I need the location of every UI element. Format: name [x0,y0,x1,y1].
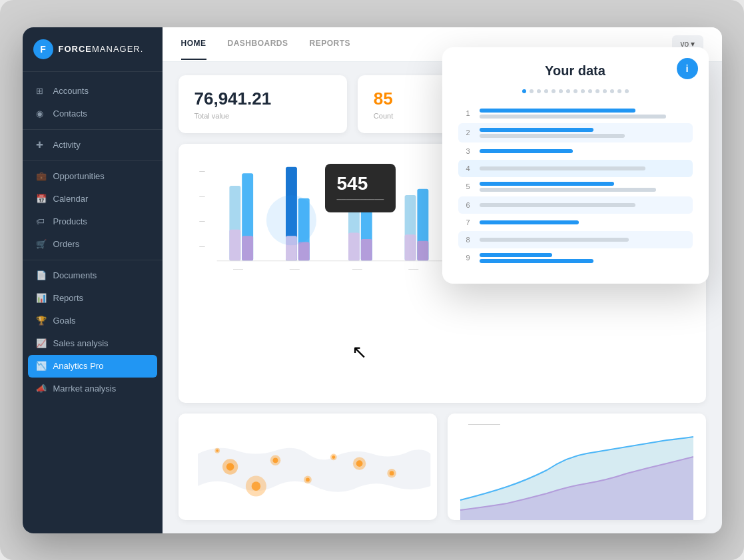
row-num-4: 4 [464,164,473,172]
dot-14[interactable] [625,89,629,93]
dot-3[interactable] [544,89,548,93]
row-num-8: 8 [464,236,473,244]
dot-10[interactable] [595,89,599,93]
sidebar-item-label: Goals [53,316,76,326]
data-row-2: 2 [458,123,693,142]
tab-reports[interactable]: REPORTS [310,28,351,60]
data-row-3: 3 [458,142,693,160]
info-button[interactable]: i [677,58,698,79]
dot-13[interactable] [617,89,621,93]
sidebar-item-label: Reports [53,293,84,303]
row-bar-blue-1 [480,109,635,113]
dots-row [458,89,693,93]
svg-text:——: —— [352,265,362,271]
sidebar-item-sales-analysis[interactable]: 📈 Sales analysis [23,332,163,355]
sidebar-item-orders[interactable]: 🛒 Orders [23,233,163,256]
svg-point-60 [332,455,335,459]
row-bar-blue-5 [480,182,615,186]
tab-dashboards[interactable]: DASHBOARDS [228,28,288,60]
kpi-label-1: Total value [194,112,331,120]
cursor-icon: ↖ [352,341,367,363]
sidebar-item-label: Marrket analysis [53,384,117,394]
megaphone-icon: 📣 [36,384,47,394]
sidebar-item-contacts[interactable]: ◉ Contacts [23,103,163,125]
row-bars-5 [480,182,687,192]
dot-11[interactable] [603,89,607,93]
data-row-4: 4 [458,160,693,177]
sidebar-item-label: Calendar [53,194,89,204]
row-num-3: 3 [464,147,473,155]
bar-icon: 📈 [36,338,47,349]
kpi-value-1: 76,941.21 [194,89,331,109]
row-bar-gray-4 [480,166,646,170]
svg-text:—: — [199,192,205,199]
your-data-panel: Your data i [442,47,709,284]
dot-1[interactable] [530,89,534,93]
bottom-row: —————— [179,414,706,520]
svg-rect-7 [242,236,253,261]
logo-icon: F [33,39,53,59]
svg-rect-6 [229,229,240,260]
grid-icon: ⊞ [36,86,47,97]
svg-rect-14 [348,232,360,260]
sidebar-item-reports[interactable]: 📊 Reports [23,287,163,310]
sidebar-item-label: Documents [53,270,97,280]
calendar-icon: 📅 [36,194,47,204]
sidebar-item-opportunities[interactable]: 💼 Opportunities [23,165,163,188]
chart-icon: 📊 [36,293,47,304]
screenshot-wrapper: F FORCEMANAGER. ⊞ Accounts ◉ Contacts ✚ … [0,0,744,560]
dot-7[interactable] [573,89,577,93]
sidebar-item-label: Contacts [53,109,87,119]
sidebar-item-goals[interactable]: 🏆 Goals [23,310,163,332]
sidebar-item-analytics-pro[interactable]: 📉 Analytics Pro [28,355,157,378]
sidebar-item-products[interactable]: 🏷 Products [23,210,163,233]
svg-point-50 [272,457,278,463]
svg-point-62 [216,449,218,451]
plus-icon: ✚ [36,140,47,150]
panel-title: Your data [545,63,605,79]
svg-text:——————: —————— [468,421,500,427]
row-bars-9 [480,253,687,263]
dot-5[interactable] [559,89,563,93]
dot-8[interactable] [581,89,585,93]
user-icon: ◉ [36,109,47,119]
tab-home[interactable]: HOME [181,28,206,60]
doc-icon: 📄 [36,270,47,281]
svg-point-56 [389,471,394,475]
svg-text:—: — [199,243,205,250]
nav-divider-2 [23,160,163,161]
dot-9[interactable] [588,89,592,93]
sidebar-item-label: Products [53,216,87,226]
dot-4[interactable] [552,89,556,93]
row-bar-blue-9 [480,253,552,257]
data-rows: 1 2 3 [458,104,693,268]
data-row-1: 1 [458,104,693,123]
sidebar-item-calendar[interactable]: 📅 Calendar [23,188,163,210]
nav-divider-3 [23,260,163,260]
sidebar-item-activity[interactable]: ✚ Activity [23,134,163,156]
dot-0[interactable] [522,89,526,93]
row-bar-blue2-9 [480,259,594,263]
sidebar-item-label: Orders [53,239,80,249]
svg-point-52 [306,477,310,481]
svg-text:——: —— [408,265,419,271]
row-bar-gray-8 [480,238,629,242]
svg-rect-11 [298,242,309,260]
sidebar-item-documents[interactable]: 📄 Documents [23,264,163,287]
sidebar-item-market-analysis[interactable]: 📣 Marrket analysis [23,378,163,400]
tooltip-sub: ────────── [337,196,384,203]
sidebar-item-label: Sales analysis [53,338,109,348]
row-bars-6 [480,203,687,207]
svg-rect-18 [404,234,416,260]
data-row-7: 7 [458,214,693,231]
data-row-8: 8 [458,231,693,248]
svg-rect-15 [360,238,372,260]
dot-12[interactable] [610,89,614,93]
row-num-2: 2 [464,129,473,137]
dot-2[interactable] [537,89,541,93]
sidebar-item-accounts[interactable]: ⊞ Accounts [23,80,163,103]
row-bars-1 [480,109,687,119]
dot-6[interactable] [566,89,570,93]
row-bars-7 [480,220,687,224]
row-num-1: 1 [464,109,473,117]
